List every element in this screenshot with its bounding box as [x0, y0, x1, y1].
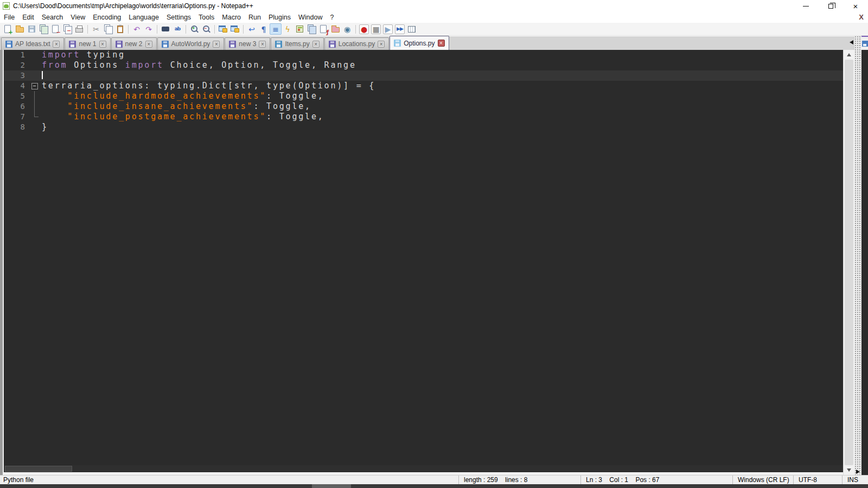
tab-items-py-close-button[interactable]: × [312, 41, 320, 48]
macro-stop-button[interactable]: ■ [371, 24, 381, 34]
menu-view[interactable]: View [67, 12, 89, 23]
code-line-1[interactable]: 1import typing [4, 50, 843, 60]
menu-tools[interactable]: Tools [195, 12, 218, 23]
define-your-language-button[interactable]: ϟ [282, 23, 293, 35]
tab-options-py[interactable]: Options.py× [390, 36, 449, 50]
code-text: terraria_options: typing.Dict[str, type(… [42, 81, 375, 91]
menu-macro[interactable]: Macro [218, 12, 245, 23]
fold-collapse-marker[interactable] [29, 81, 42, 91]
show-all-characters-button[interactable]: ¶ [258, 23, 270, 35]
cut-button[interactable]: ✂ [90, 23, 102, 35]
editor-frame: 1import typing2from Options import Choic… [4, 50, 843, 475]
save-file-button[interactable] [25, 23, 37, 35]
vertical-scrollbar-thumb[interactable] [845, 60, 853, 465]
menu-language[interactable]: Language [125, 12, 163, 23]
vertical-scrollbar[interactable] [843, 50, 854, 475]
menu-search[interactable]: Search [38, 12, 67, 23]
code-area[interactable]: 1import typing2from Options import Choic… [4, 50, 843, 465]
code-line-3[interactable]: 3 [4, 70, 843, 81]
scroll-up-icon [847, 51, 851, 56]
scroll-down-icon [847, 468, 851, 474]
close-file-button[interactable]: − [49, 23, 61, 35]
sync-vertical-scrolling-button[interactable] [217, 23, 229, 35]
tab-options-py-close-button[interactable]: × [438, 40, 445, 47]
folder-as-workspace-button[interactable] [329, 23, 341, 35]
horizontal-scrollbar-thumb[interactable] [5, 466, 72, 472]
zoom-out-button[interactable]: − [200, 23, 212, 35]
view-splitter[interactable] [854, 36, 861, 475]
tab-ap-ideas-txt[interactable]: AP Ideas.txt× [1, 37, 64, 50]
print-button[interactable] [73, 23, 85, 35]
code-line-8[interactable]: 8} [4, 122, 843, 132]
line-number: 3 [4, 70, 29, 81]
tab-locations-py-close-button[interactable]: × [378, 41, 385, 48]
status-eol-format[interactable]: Windows (CR LF) [732, 476, 793, 484]
document-map-button[interactable] [293, 23, 305, 35]
tab-items-py[interactable]: Items.py× [271, 37, 323, 50]
copy-button[interactable] [102, 23, 114, 35]
tab-new-1-close-button[interactable]: × [99, 41, 106, 48]
save-all-button[interactable] [37, 23, 49, 35]
code-line-7[interactable]: 7 "include_postgame_achievements": Toggl… [4, 112, 843, 122]
menu-file[interactable]: File [0, 12, 18, 23]
tab-autoworld-py-close-button[interactable]: × [213, 41, 220, 48]
macro-record-button[interactable]: ● [359, 24, 369, 34]
macro-save-button[interactable] [406, 23, 418, 35]
code-line-4[interactable]: 4terraria_options: typing.Dict[str, type… [4, 81, 843, 91]
tab-new-3-close-button[interactable]: × [259, 41, 266, 48]
status-typing-mode[interactable]: INS [842, 476, 868, 484]
scroll-up-button[interactable] [844, 50, 854, 59]
sync-vertical-scrolling-icon [219, 25, 227, 33]
tab-locations-py[interactable]: Locations.py× [324, 37, 389, 50]
tab-new-2[interactable]: new 2× [111, 37, 157, 50]
menu-settings[interactable]: Settings [163, 12, 195, 23]
tab-new-2-close-button[interactable]: × [145, 41, 152, 48]
redo-button[interactable]: ↷ [143, 23, 155, 35]
scroll-down-button[interactable] [844, 466, 854, 475]
sync-horizontal-scrolling-button[interactable] [229, 23, 241, 35]
function-list-button[interactable]: ƒ [317, 23, 329, 35]
menubar-close-document-button[interactable]: X [859, 13, 864, 21]
macro-play-button[interactable]: ▶ [383, 24, 393, 34]
replace-button[interactable]: ab [171, 23, 183, 35]
open-file-button[interactable] [14, 23, 25, 35]
menu-plugins[interactable]: Plugins [265, 12, 295, 23]
token-text: typing [80, 50, 125, 60]
status-encoding[interactable]: UTF-8 [793, 476, 842, 484]
monitoring-button[interactable]: ◉ [341, 23, 353, 35]
horizontal-scrollbar[interactable] [4, 465, 843, 472]
save-file-icon [28, 25, 35, 33]
paste-button[interactable] [114, 23, 126, 35]
menu-help[interactable]: ? [326, 12, 337, 23]
tab-ap-ideas-txt-close-button[interactable]: × [53, 41, 60, 48]
zoom-in-button[interactable]: + [188, 23, 200, 35]
code-line-6[interactable]: 6 "include_insane_achievements": Toggle, [4, 101, 843, 112]
code-line-5[interactable]: 5 "include_hardmode_achievements": Toggl… [4, 91, 843, 101]
tab-new-3[interactable]: new 3× [225, 37, 270, 50]
show-indent-guide-button[interactable]: ≡ [270, 23, 282, 35]
minimize-button[interactable] [793, 0, 818, 12]
close-all-button[interactable]: − [61, 23, 73, 35]
fold-margin [29, 70, 42, 81]
document-list-button[interactable] [305, 23, 317, 35]
word-wrap-button[interactable]: ↩ [246, 23, 258, 35]
code-line-2[interactable]: 2from Options import Choice, Option, Tog… [4, 60, 843, 70]
second-view-tab[interactable] [861, 36, 868, 50]
macro-run-multiple-button[interactable]: ▶▶ [395, 24, 405, 34]
main-row: 1import typing2from Options import Choic… [0, 50, 868, 475]
menu-edit[interactable]: Edit [18, 12, 38, 23]
tab-scroll-left-button[interactable] [847, 40, 853, 44]
menu-run[interactable]: Run [245, 12, 265, 23]
new-file-button[interactable]: + [2, 23, 14, 35]
close-button[interactable]: × [843, 0, 868, 12]
token-text: : Toggle, [266, 112, 324, 121]
undo-button[interactable]: ↶ [131, 23, 143, 35]
restore-button[interactable] [818, 0, 843, 12]
line-number: 4 [4, 81, 29, 91]
find-button[interactable] [159, 23, 171, 35]
tab-new-1[interactable]: new 1× [65, 37, 110, 50]
token-keyword: from [42, 60, 67, 70]
menu-window[interactable]: Window [295, 12, 326, 23]
tab-autoworld-py[interactable]: AutoWorld.py× [157, 37, 225, 50]
menu-encoding[interactable]: Encoding [89, 12, 125, 23]
